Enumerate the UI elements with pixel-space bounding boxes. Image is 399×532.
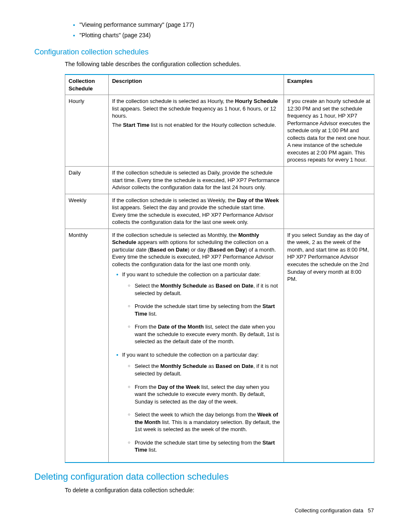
cell-examples [284,194,374,229]
list-item: Select the Monthly Schedule as Based on … [128,362,280,377]
cell-examples: If you create an hourly schedule at 12:3… [284,95,374,167]
cell-examples: If you select Sunday as the day of the w… [284,229,374,463]
list-item: From the Day of the Week list, select th… [128,383,280,406]
list-item: Select the Monthly Schedule as Based on … [128,282,280,297]
list-item: If you want to schedule the collection o… [116,271,280,345]
bullet-list: If you want to schedule the collection o… [112,271,280,454]
section-heading-deleting: Deleting configuration data collection s… [34,470,374,483]
list-item: Provide the schedule start time by selec… [128,439,280,454]
th-description: Description [108,75,284,95]
cell-description: If the collection schedule is selected a… [108,229,284,463]
page-number: 57 [368,507,374,514]
cell-description: If the collection schedule is selected a… [108,95,284,167]
list-item: From the Date of the Month list, select … [128,323,280,345]
link-text: "Viewing performance summary" (page 177) [79,21,194,28]
sub-list: Select the Monthly Schedule as Based on … [122,282,280,345]
cell-description: If the collection schedule is selected a… [108,194,284,229]
table-row: Hourly If the collection schedule is sel… [65,95,374,167]
table-row: Daily If the collection schedule is sele… [65,166,374,194]
footer-label: Collecting configuration data [295,507,363,514]
list-item: Provide the schedule start time by selec… [128,303,280,317]
table-row: Monthly If the collection schedule is se… [65,229,374,463]
cell-description: If the collection schedule is selected a… [108,166,284,194]
cell-schedule: Monthly [65,229,109,463]
cell-schedule: Hourly [65,95,109,167]
th-schedule: Collection Schedule [65,75,109,95]
section-intro: To delete a configuration data collectio… [65,486,374,494]
list-item: Select the week to which the day belongs… [128,411,280,433]
section-heading-config-schedules: Configuration collection schedules [34,47,374,57]
cell-examples [284,166,374,194]
sub-list: Select the Monthly Schedule as Based on … [122,362,280,453]
link-text: "Plotting charts" (page 234) [79,32,151,39]
th-examples: Examples [284,75,374,95]
section-intro: The following table describes the config… [65,60,374,68]
table-header-row: Collection Schedule Description Examples [65,75,374,95]
page-footer: Collecting configuration data 57 [25,507,374,514]
schedules-table: Collection Schedule Description Examples… [65,74,374,463]
cross-reference-list: "Viewing performance summary" (page 177)… [25,21,374,39]
cross-reference-item[interactable]: "Viewing performance summary" (page 177) [79,21,374,29]
list-item: If you want to schedule the collection o… [116,351,280,454]
cell-schedule: Weekly [65,194,109,229]
cross-reference-item[interactable]: "Plotting charts" (page 234) [79,31,374,39]
cell-schedule: Daily [65,166,109,194]
table-row: Weekly If the collection schedule is sel… [65,194,374,229]
